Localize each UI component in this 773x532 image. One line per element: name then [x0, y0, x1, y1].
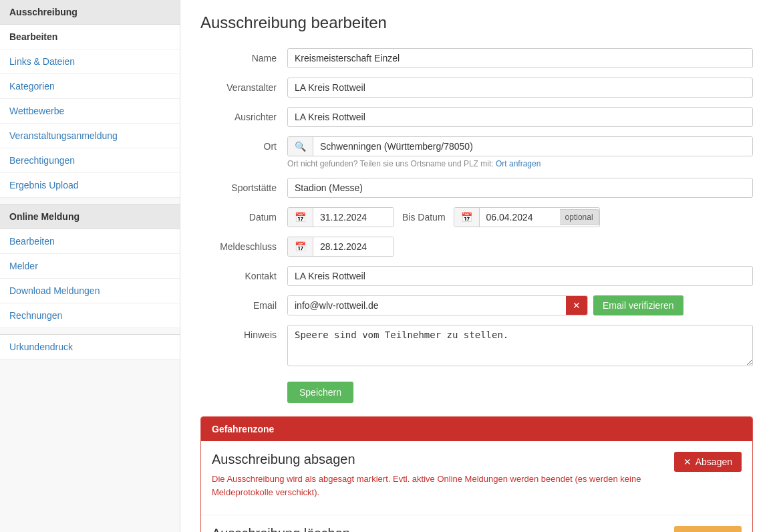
sidebar-item-bearbeiten[interactable]: Bearbeiten	[0, 25, 180, 49]
email-label: Email	[200, 295, 287, 311]
sidebar-item-rechnungen[interactable]: Rechnungen	[0, 303, 180, 328]
field-veranstalter: Veranstalter	[200, 78, 753, 98]
sidebar-item-berechtigungen[interactable]: Berechtigungen	[0, 148, 180, 173]
ort-search-button[interactable]: 🔍	[288, 137, 313, 156]
absagen-desc: Die Ausschreibung wird als abgesagt mark…	[212, 473, 674, 499]
kontakt-label: Kontakt	[200, 266, 287, 281]
meldeschluss-calendar-icon: 📅	[295, 241, 306, 252]
email-clear-button[interactable]: ✕	[566, 296, 587, 315]
search-icon: 🔍	[295, 141, 306, 152]
absagen-button-label: Absagen	[695, 456, 732, 467]
bis-datum-label: Bis Datum	[402, 212, 446, 223]
sidebar-item-download-meldungen[interactable]: Download Meldungen	[0, 279, 180, 303]
name-input[interactable]	[287, 48, 753, 68]
absagen-row: Ausschreibung absagen Die Ausschreibung …	[212, 452, 742, 504]
ort-hint-text: Ort nicht gefunden? Teilen sie uns Ortsn…	[287, 159, 494, 168]
veranstalter-label: Veranstalter	[200, 78, 287, 93]
ort-label: Ort	[200, 136, 287, 152]
ausrichter-input[interactable]	[287, 107, 753, 127]
field-email: Email ✕ Email verifizieren	[200, 295, 753, 315]
meldeschluss-calendar-button[interactable]: 📅	[288, 237, 313, 256]
loeschen-row: Ausschreibung löschen 🗑 Löschen	[212, 526, 742, 532]
sidebar: Ausschreibung Bearbeiten Links & Dateien…	[0, 0, 180, 532]
absagen-button[interactable]: ✕ Absagen	[674, 452, 742, 472]
field-name: Name	[200, 48, 753, 68]
page-title: Ausschreibung bearbeiten	[200, 13, 753, 32]
danger-zone-header: Gefahrenzone	[201, 417, 752, 441]
sidebar-item-veranstaltungsanmeldung[interactable]: Veranstaltungsanmeldung	[0, 124, 180, 148]
danger-zone: Gefahrenzone Ausschreibung absagen Die A…	[200, 416, 753, 532]
email-input[interactable]	[288, 296, 566, 315]
email-verifizieren-button[interactable]: Email verifizieren	[593, 295, 683, 315]
ort-anfragen-link[interactable]: Ort anfragen	[496, 159, 540, 168]
loeschen-title: Ausschreibung löschen	[212, 526, 350, 532]
veranstalter-input[interactable]	[287, 78, 753, 98]
sidebar-item-wettbewerbe[interactable]: Wettbewerbe	[0, 99, 180, 124]
sidebar-item-om-bearbeiten[interactable]: Bearbeiten	[0, 229, 180, 254]
sportstaette-label: Sportstätte	[200, 178, 287, 193]
sidebar-item-kategorien[interactable]: Kategorien	[0, 74, 180, 99]
datum-label: Datum	[200, 207, 287, 223]
loeschen-section: Ausschreibung löschen 🗑 Löschen	[201, 515, 752, 532]
hinweis-label: Hinweis	[200, 325, 287, 340]
datum-calendar-button[interactable]: 📅	[288, 208, 313, 227]
x-icon: ✕	[683, 456, 691, 467]
sidebar-item-melder[interactable]: Melder	[0, 254, 180, 279]
email-row: ✕ Email verifizieren	[287, 295, 753, 315]
ausrichter-label: Ausrichter	[200, 107, 287, 122]
field-kontakt: Kontakt	[200, 266, 753, 286]
field-hinweis: Hinweis Speere sind vom Teilnehmer zu st…	[200, 325, 753, 368]
field-ort: Ort 🔍 Ort nicht gefunden? Teilen sie uns…	[200, 136, 753, 168]
bis-calendar-icon: 📅	[461, 212, 472, 223]
date-row: 📅 Bis Datum 📅 optional	[287, 207, 753, 227]
name-label: Name	[200, 48, 287, 63]
field-sportstaette: Sportstätte	[200, 178, 753, 198]
meldeschluss-input[interactable]	[313, 237, 394, 256]
field-datum: Datum 📅 Bis Datum 📅 optional	[200, 207, 753, 227]
save-row: Speichern	[200, 378, 753, 403]
ort-input-group: 🔍	[287, 136, 753, 156]
absagen-title: Ausschreibung absagen	[212, 452, 674, 467]
main-content: Ausschreibung bearbeiten Name Veranstalt…	[180, 0, 773, 532]
meldeschluss-row: 📅	[287, 237, 753, 257]
field-meldeschluss: Meldeschluss 📅	[200, 237, 753, 257]
sidebar-section-online-meldung: Online Meldung	[0, 205, 180, 229]
sportstaette-input[interactable]	[287, 178, 753, 198]
ort-input[interactable]	[313, 137, 752, 156]
sidebar-section-ausschreibung: Ausschreibung	[0, 0, 180, 25]
meldeschluss-group: 📅	[287, 237, 394, 257]
close-icon: ✕	[573, 300, 581, 311]
email-input-group: ✕	[287, 295, 588, 315]
loeschen-button[interactable]: 🗑 Löschen	[674, 526, 742, 532]
kontakt-input[interactable]	[287, 266, 753, 286]
field-ausrichter: Ausrichter	[200, 107, 753, 127]
save-button[interactable]: Speichern	[287, 382, 353, 403]
ort-hint: Ort nicht gefunden? Teilen sie uns Ortsn…	[287, 159, 753, 168]
bis-datum-calendar-button[interactable]: 📅	[454, 208, 480, 227]
optional-badge: optional	[560, 209, 599, 225]
sidebar-item-urkundendruck[interactable]: Urkundendruck	[0, 335, 180, 360]
datum-input[interactable]	[313, 208, 394, 227]
datum-group: 📅	[287, 207, 394, 227]
bis-datum-group: 📅 optional	[454, 207, 600, 227]
meldeschluss-label: Meldeschluss	[200, 237, 287, 252]
sidebar-item-links-dateien[interactable]: Links & Dateien	[0, 49, 180, 74]
bis-datum-input[interactable]	[480, 208, 560, 227]
calendar-icon: 📅	[295, 212, 306, 223]
sidebar-item-ergebnis-upload[interactable]: Ergebnis Upload	[0, 173, 180, 198]
absagen-section: Ausschreibung absagen Die Ausschreibung …	[201, 441, 752, 515]
hinweis-textarea[interactable]: Speere sind vom Teilnehmer zu stellen.	[287, 325, 753, 366]
